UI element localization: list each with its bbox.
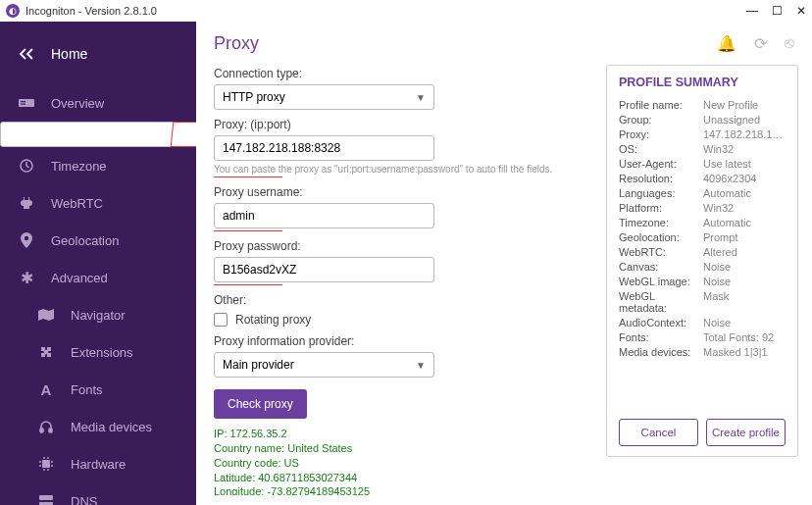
sidebar-sub-media[interactable]: Media devices — [0, 408, 196, 445]
summary-value: Unassigned — [703, 114, 786, 126]
sidebar-sub-label: Navigator — [71, 308, 126, 323]
profile-summary-title: PROFILE SUMMARY — [619, 76, 786, 89]
sidebar-item-webrtc[interactable]: WebRTC — [0, 184, 196, 222]
sidebar-label: Proxy — [181, 127, 196, 141]
summary-key: Geolocation: — [619, 231, 697, 243]
other-label: Other: — [214, 293, 584, 307]
connection-type-value: HTTP proxy — [223, 90, 285, 104]
summary-value: Noise — [703, 261, 786, 273]
puzzle-icon — [37, 343, 55, 361]
ipport-input[interactable] — [214, 135, 434, 161]
summary-row: Timezone:Automatic — [619, 217, 786, 228]
summary-key: Group: — [619, 114, 697, 126]
summary-value: Total Fonts: 92 — [703, 331, 786, 343]
sidebar-sub-navigator[interactable]: Navigator — [0, 296, 196, 333]
sidebar-sub-hardware[interactable]: Hardware — [0, 445, 196, 482]
summary-value: 4096x2304 — [703, 173, 786, 184]
summary-row: Fonts:Total Fonts: 92 — [619, 331, 786, 343]
pin-icon — [18, 231, 35, 249]
logout-icon[interactable]: ⎋ — [785, 34, 794, 52]
minimize-button[interactable]: — — [746, 4, 758, 18]
sidebar-item-advanced[interactable]: ✱ Advanced — [0, 259, 196, 296]
proxy-form: Connection type: HTTP proxy ▼ Proxy: (ip… — [214, 65, 592, 495]
summary-row: Platform:Win32 — [619, 202, 786, 214]
sidebar-sub-label: Hardware — [71, 457, 126, 472]
rotating-proxy-label: Rotating proxy — [235, 313, 311, 327]
sidebar-item-geolocation[interactable]: Geolocation — [0, 222, 196, 259]
summary-row: Canvas:Noise — [619, 261, 786, 273]
password-input[interactable] — [214, 257, 434, 282]
ipport-hint: You can paste the proxy as "url:port:use… — [214, 164, 584, 175]
summary-row: WebGL image:Noise — [619, 276, 786, 287]
svg-point-5 — [25, 236, 28, 240]
sidebar-sub-fonts[interactable]: A Fonts — [0, 371, 196, 408]
sidebar-sub-extensions[interactable]: Extensions — [0, 333, 196, 371]
plug-icon — [18, 194, 35, 212]
headphones-icon — [37, 418, 55, 435]
sidebar-item-overview[interactable]: Overview — [0, 84, 196, 122]
proxy-info-lon: Longitude: -73.82794189453125 — [214, 484, 584, 495]
sidebar-sub-label: DNS — [71, 494, 97, 506]
sidebar-label: WebRTC — [51, 196, 103, 211]
proxy-info-country-name: Country name: United States — [214, 441, 584, 456]
summary-row: Profile name:New Profile — [619, 99, 786, 111]
check-proxy-button[interactable]: Check proxy — [214, 389, 307, 419]
annotation-redline — [214, 177, 282, 177]
summary-row: Proxy:147.182.218.188:8328/HTT... — [619, 128, 786, 140]
cancel-button[interactable]: Cancel — [619, 419, 698, 446]
app-logo-icon: ◐ — [6, 4, 20, 18]
provider-label: Proxy information provider: — [214, 334, 584, 348]
summary-value: Altered — [703, 246, 786, 258]
summary-row: OS:Win32 — [619, 143, 786, 155]
sidebar-home[interactable]: Home — [0, 37, 196, 84]
summary-row: Geolocation:Prompt — [619, 231, 786, 243]
username-label: Proxy username: — [214, 185, 584, 199]
summary-row: Languages:Automatic — [619, 187, 786, 199]
clock-icon — [18, 157, 35, 175]
summary-value: Automatic — [703, 187, 786, 199]
ipport-label: Proxy: (ip:port) — [214, 118, 584, 131]
create-profile-button[interactable]: Create profile — [706, 419, 786, 446]
summary-value: Win32 — [703, 202, 786, 214]
sidebar-item-proxy[interactable]: Proxy — [0, 122, 196, 147]
close-button[interactable]: ✕ — [796, 4, 806, 18]
connection-type-select[interactable]: HTTP proxy ▼ — [214, 84, 434, 110]
page-title: Proxy — [214, 33, 699, 54]
maximize-button[interactable]: ☐ — [772, 4, 783, 18]
sidebar-item-timezone[interactable]: Timezone — [0, 147, 196, 184]
summary-value: 147.182.218.188:8328/HTT... — [703, 128, 786, 140]
summary-value: Noise — [703, 317, 786, 328]
sidebar-sub-label: Media devices — [71, 420, 152, 434]
summary-key: Platform: — [619, 202, 697, 214]
summary-value: Prompt — [703, 231, 786, 243]
password-label: Proxy password: — [214, 239, 584, 253]
summary-value: New Profile — [703, 99, 786, 111]
svg-rect-6 — [40, 429, 43, 432]
provider-select[interactable]: Main provider ▼ — [214, 352, 434, 378]
map-icon — [37, 306, 55, 324]
chevron-down-icon: ▼ — [416, 92, 426, 103]
font-icon: A — [37, 380, 55, 398]
summary-key: OS: — [619, 143, 697, 155]
summary-row: Group:Unassigned — [619, 114, 786, 126]
username-input[interactable] — [214, 203, 434, 228]
rotating-proxy-checkbox[interactable] — [214, 313, 228, 327]
sidebar-label: Geolocation — [51, 233, 119, 248]
annotation-redline — [214, 230, 282, 231]
summary-row: Resolution:4096x2304 — [619, 173, 786, 184]
summary-key: Resolution: — [619, 173, 697, 184]
connection-type-label: Connection type: — [214, 67, 584, 80]
summary-key: User-Agent: — [619, 158, 697, 170]
annotation-redline — [214, 284, 282, 285]
sidebar-sub-dns[interactable]: DNS — [0, 482, 196, 505]
svg-rect-0 — [19, 99, 34, 107]
summary-key: WebGL image: — [619, 276, 697, 287]
summary-row: Media devices:Masked 1|3|1 — [619, 346, 786, 358]
summary-value: Noise — [703, 276, 786, 287]
server-icon — [37, 492, 55, 505]
refresh-icon[interactable]: ⟳ — [754, 34, 767, 53]
summary-value: Win32 — [703, 143, 786, 155]
summary-row: WebRTC:Altered — [619, 246, 786, 258]
bell-icon[interactable]: 🔔 — [717, 34, 736, 53]
page-header: Proxy 🔔 ⟳ ⎋ — [196, 22, 812, 65]
